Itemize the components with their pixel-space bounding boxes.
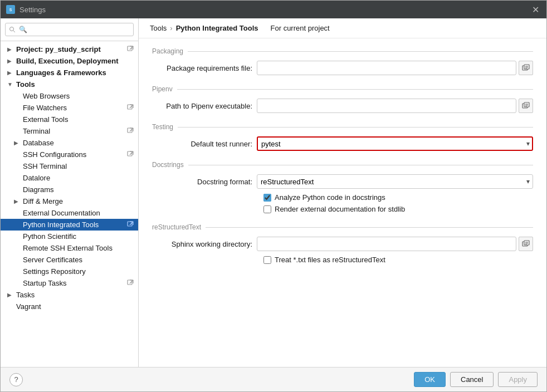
docstrings-header: Docstrings [152,161,533,169]
pipenv-path-row: Path to Pipenv executable: [152,99,533,113]
external-tools-label: External Tools [23,115,134,124]
project-external-icon [127,46,134,53]
python-scientific-label: Python Scientific [23,232,134,241]
pipenv-path-input[interactable] [257,99,516,113]
sidebar-item-python-integrated[interactable]: Python Integrated Tools [1,219,138,231]
terminal-label: Terminal [23,127,125,135]
sidebar-item-tasks[interactable]: ▶Tasks [1,289,138,301]
database-arrow-icon: ▶ [14,140,22,146]
analyze-docstrings-checkbox[interactable] [263,194,271,202]
testing-section: Testing Default test runner: pytestUnitt… [152,123,533,151]
search-box [1,18,138,41]
search-input[interactable] [5,23,134,36]
startup-tasks-label: Startup Tasks [23,279,125,287]
test-runner-label: Default test runner: [152,140,252,148]
ssh-configurations-external-icon [127,151,134,159]
render-docs-checkbox-row: Render external documentation for stdlib [152,205,533,213]
sidebar-item-diff-merge[interactable]: ▶Diff & Merge [1,195,138,207]
close-button[interactable]: ✕ [530,4,541,15]
breadcrumb-link[interactable]: For current project [271,24,330,32]
main-content: Tools › Python Integrated Tools For curr… [139,18,546,367]
breadcrumb-current: Python Integrated Tools [176,24,258,32]
file-watchers-label: File Watchers [23,104,125,112]
action-buttons: OK Cancel Apply [414,372,538,387]
sidebar-item-database[interactable]: ▶Database [1,137,138,149]
sidebar-item-startup-tasks[interactable]: Startup Tasks [1,277,138,289]
remote-ssh-label: Remote SSH External Tools [23,244,134,252]
sidebar-item-tools[interactable]: ▼Tools [1,79,138,90]
python-integrated-label: Python Integrated Tools [23,220,125,229]
sidebar-item-build-exec[interactable]: ▶Build, Execution, Deployment [1,55,138,67]
package-req-label: Package requirements file: [152,64,252,72]
test-runner-row: Default test runner: pytestUnittestsNose… [152,136,533,151]
sidebar-item-datalore[interactable]: Datalore [1,172,138,184]
cancel-button[interactable]: Cancel [450,372,494,387]
python-integrated-external-icon [127,221,134,229]
sidebar-item-vagrant[interactable]: Vagrant [1,301,138,312]
treat-txt-label[interactable]: Treat *.txt files as reStructuredText [275,256,385,264]
svg-line-9 [130,105,133,108]
package-req-browse-btn[interactable] [519,61,533,75]
file-watchers-external-icon [127,104,134,112]
nav-tree: ▶Project: py_study_script▶Build, Executi… [1,41,138,367]
packaging-header: Packaging [152,47,533,55]
render-docs-checkbox[interactable] [263,205,271,213]
pipenv-header: Pipenv [152,85,533,93]
sidebar-item-external-tools[interactable]: External Tools [1,114,138,125]
sidebar-item-file-watchers[interactable]: File Watchers [1,102,138,114]
tasks-arrow-icon: ▶ [7,292,15,298]
docstrings-section: Docstrings Docstring format: reStructure… [152,161,533,213]
sidebar-item-remote-ssh[interactable]: Remote SSH External Tools [1,242,138,254]
ok-button[interactable]: OK [414,372,446,387]
sidebar: ▶Project: py_study_script▶Build, Executi… [1,18,139,367]
tasks-label: Tasks [16,291,134,299]
docstring-format-label: Docstring format: [152,178,252,186]
apply-button[interactable]: Apply [498,372,538,387]
pipenv-path-label: Path to Pipenv executable: [152,102,252,110]
build-exec-arrow-icon: ▶ [7,58,15,64]
settings-content: Packaging Package requirements file: [139,38,546,367]
tools-label: Tools [16,80,134,89]
datalore-label: Datalore [23,174,134,182]
package-req-input[interactable] [257,61,516,75]
sidebar-item-settings-repo[interactable]: Settings Repository [1,266,138,277]
sidebar-item-ssh-configurations[interactable]: SSH Configurations [1,149,138,160]
titlebar-icon: S [6,5,15,14]
sphinx-browse-btn[interactable] [519,237,533,251]
analyze-docstrings-label[interactable]: Analyze Python code in docstrings [275,193,385,202]
pipenv-section: Pipenv Path to Pipenv executable: [152,85,533,113]
treat-txt-checkbox[interactable] [263,256,271,264]
sidebar-item-web-browsers[interactable]: Web Browsers [1,90,138,102]
svg-line-5 [130,46,133,50]
render-docs-label[interactable]: Render external documentation for stdlib [275,205,405,213]
server-certs-label: Server Certificates [23,256,134,264]
sidebar-item-server-certs[interactable]: Server Certificates [1,254,138,266]
restructured-section: reStructuredText Sphinx working director… [152,223,533,264]
vagrant-label: Vagrant [16,302,134,311]
pipenv-path-browse-btn[interactable] [519,99,533,113]
build-exec-label: Build, Execution, Deployment [16,57,134,65]
help-button[interactable]: ? [9,373,23,386]
sphinx-input-wrap [257,237,533,251]
package-req-input-wrap [257,61,533,75]
diff-merge-label: Diff & Merge [23,197,134,205]
test-runner-select[interactable]: pytestUnittestsNosetestsTwisted Trial [257,136,533,151]
project-label: Project: py_study_script [16,45,125,53]
sidebar-item-ssh-terminal[interactable]: SSH Terminal [1,160,138,172]
sidebar-item-python-scientific[interactable]: Python Scientific [1,231,138,242]
svg-line-17 [130,151,133,155]
project-arrow-icon: ▶ [7,46,15,52]
testing-header: Testing [152,123,533,131]
sidebar-item-diagrams[interactable]: Diagrams [1,184,138,195]
package-req-row: Package requirements file: [152,61,533,75]
breadcrumb-separator: › [170,24,172,32]
ssh-configurations-label: SSH Configurations [23,150,125,159]
sphinx-input[interactable] [257,237,516,251]
web-browsers-label: Web Browsers [23,92,134,100]
sidebar-item-terminal[interactable]: Terminal [1,125,138,137]
sidebar-item-languages[interactable]: ▶Languages & Frameworks [1,67,138,79]
sidebar-item-project[interactable]: ▶Project: py_study_script [1,43,138,55]
docstring-format-select[interactable]: reStructuredTextEpytextGoogleNumPy [257,174,533,189]
database-label: Database [23,139,134,147]
sidebar-item-external-docs[interactable]: External Documentation [1,207,138,219]
